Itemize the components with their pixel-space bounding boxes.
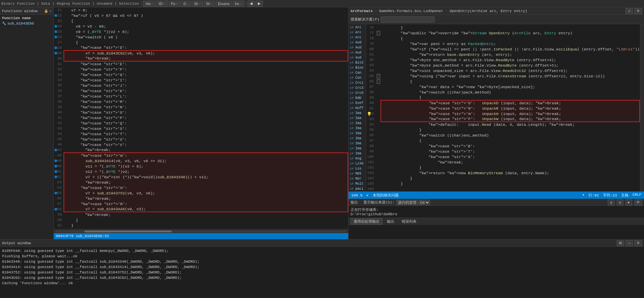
toolbar-btn-arrow-right[interactable]: ▶ xyxy=(255,1,263,7)
right-file-item[interactable]: c# Con xyxy=(349,75,366,80)
right-file-item[interactable]: c# Mult xyxy=(349,181,366,186)
right-file-item[interactable]: c# Exef xyxy=(349,101,366,106)
toolbar-btn-fs[interactable]: Fs··· xyxy=(169,1,180,7)
right-file-item[interactable]: c# Aud xyxy=(349,50,366,55)
toolbar-btn-he[interactable]: He··· xyxy=(143,1,156,7)
output-close-btn[interactable]: ✕ xyxy=(634,240,642,246)
code-line-row: 54 "kw">case "str">'H': xyxy=(54,185,348,190)
output-toolbar-btn1[interactable]: ≡ xyxy=(608,199,614,206)
right-expand-cell[interactable]: − xyxy=(376,73,381,79)
code-content: "kw">break; xyxy=(64,196,348,201)
right-expand-cell xyxy=(376,36,381,41)
code-content: "kw">case "str">'E': xyxy=(64,61,348,67)
status-dropdown[interactable]: ▾ xyxy=(582,193,585,198)
right-expand-cell[interactable]: − xyxy=(376,79,381,84)
status-address: 00043F78 sub_81043E06:52 xyxy=(56,234,109,238)
search-input[interactable] xyxy=(381,16,435,23)
right-expand-cell xyxy=(376,170,381,176)
toolbar-btn-enums[interactable]: Enums xyxy=(216,1,232,7)
output-float-btn[interactable]: ⧉ xyxy=(617,240,624,246)
right-file-item[interactable]: c# MD5 xyxy=(349,171,366,176)
right-file-item[interactable]: c# Crc6 xyxy=(349,90,366,96)
line-number: 47 xyxy=(54,147,64,153)
right-file-item[interactable]: c# Mer xyxy=(349,176,366,181)
close-icon[interactable]: ✕ xyxy=(49,9,51,13)
right-file-item[interactable]: c# Ima xyxy=(349,136,366,141)
toolbar-btn-st2[interactable]: St··· xyxy=(204,1,215,7)
right-file-item[interactable]: c# Ima xyxy=(349,146,366,151)
right-file-item[interactable]: c# Aud xyxy=(349,45,366,50)
right-line-number: 97 xyxy=(366,138,376,143)
right-file-item[interactable]: c# Crc1 xyxy=(349,80,366,85)
code-line-row: 40 "kw">case "str">'O': xyxy=(54,110,348,115)
right-file-item[interactable]: c# Crc3 xyxy=(349,85,366,90)
right-file-item[interactable]: c# Arc xyxy=(349,35,366,40)
function-name: sub_81043E06 xyxy=(7,22,34,26)
right-output-tab-2[interactable]: 错误列表 xyxy=(399,218,419,225)
right-expand-cell xyxy=(376,63,381,68)
status-icon: ✔ xyxy=(366,193,369,197)
right-file-item[interactable]: c# Ima xyxy=(349,151,366,156)
right-file-item[interactable]: c# BitS xyxy=(349,60,366,65)
right-file-item[interactable]: c# Aud xyxy=(349,40,366,45)
right-file-item[interactable]: c# Aud xyxy=(349,55,366,60)
line-info: 行:92 xyxy=(589,193,599,198)
code-area[interactable]: 21 v7 = 0;22 "kw">if ( v5 > 67 && v5 <= … xyxy=(54,7,348,229)
horizontal-scrollbar[interactable] xyxy=(54,229,348,233)
code-line-row: 47 "kw">break; xyxy=(54,147,348,153)
right-output-tab-0[interactable]: 通用后处理输出 xyxy=(351,218,383,225)
right-expand-cell[interactable]: − xyxy=(376,30,381,36)
right-code-row: 91 "kw">case "str">'R': UnpackR (input, … xyxy=(366,106,640,111)
lock-icon[interactable]: 🔒 xyxy=(44,9,48,13)
right-file-item[interactable]: c# Ima xyxy=(349,111,366,116)
right-file-item[interactable]: c# Lss xyxy=(349,166,366,171)
right-file-item[interactable]: c# Huff xyxy=(349,106,366,111)
toolbar-btn-st1[interactable]: St··· xyxy=(192,1,203,7)
right-expand-btn[interactable]: ⤢ xyxy=(626,8,633,14)
right-file-item[interactable]: c# Ima xyxy=(349,116,366,121)
right-file-item[interactable]: c# Ima xyxy=(349,126,366,131)
right-file-item[interactable]: c# Emb xyxy=(349,96,366,101)
output-toolbar-btn2[interactable]: ≡ xyxy=(617,199,623,206)
right-file-item[interactable]: c# Ima xyxy=(349,141,366,146)
right-file-item[interactable]: c# Arc xyxy=(349,30,366,35)
line-number: 53 xyxy=(54,180,64,185)
code-line-row: 58 v7 = sub_81043AA6(v9, v3); xyxy=(54,207,348,212)
right-code-content: "kw">uint unpacked_size = arc.File.View.… xyxy=(381,68,640,73)
right-file-item[interactable]: c# Ima xyxy=(349,121,366,126)
code-line-row: 38 "kw">case "str">'M': xyxy=(54,99,348,104)
output-toolbar-btn3[interactable]: ▸ xyxy=(626,199,632,206)
right-code-row: 76 } xyxy=(366,25,640,30)
right-expand-cell xyxy=(376,89,381,95)
scrollbar-thumb[interactable] xyxy=(84,230,172,232)
code-content: "kw">case "str">'P': xyxy=(64,115,348,120)
right-file-item[interactable]: c# Ima xyxy=(349,131,366,136)
toolbar-btn-0[interactable]: 0··· xyxy=(181,1,191,7)
right-line-number: 103 xyxy=(366,170,376,176)
toolbar-btn-im[interactable]: Im··· xyxy=(233,1,244,7)
right-close-btn[interactable]: ✕ xyxy=(634,8,642,14)
zoom-level: 108 % xyxy=(351,193,362,197)
output-toolbar-btn4[interactable]: ⟳ xyxy=(634,199,642,206)
code-line-row: 22 "kw">if ( v5 > 67 && v5 <= 87 ) xyxy=(54,13,348,18)
right-output-tab-1[interactable]: 输出 xyxy=(384,218,397,225)
right-vscroll[interactable] xyxy=(640,24,644,191)
line-number: 26 xyxy=(54,34,64,40)
right-file-item[interactable]: c# Can xyxy=(349,70,366,75)
toolbar-btn-arrow-left[interactable]: ◀ xyxy=(247,1,255,7)
output-line: 8105F640: using guessed type int __fastc… xyxy=(2,248,642,254)
right-code-view[interactable]: 76 }77− "kw">public "kw">override "kw">S… xyxy=(366,24,640,191)
code-line-row: 35 "kw">case "str">'J': xyxy=(54,83,348,88)
scrollbar-track[interactable] xyxy=(55,230,347,232)
right-file-item[interactable]: c# Arc xyxy=(349,25,366,30)
right-code-row: 104 } xyxy=(366,176,640,181)
code-content: "kw">case "str">'U': xyxy=(64,137,348,142)
right-file-item[interactable]: c# Lz4S xyxy=(349,161,366,166)
output-min-btn[interactable]: ─ xyxy=(626,240,633,246)
right-file-item[interactable]: c# Kog xyxy=(349,156,366,161)
output-source-select[interactable]: 源代码管理 - Git xyxy=(396,200,430,205)
right-file-item[interactable]: c# paci xyxy=(349,186,366,191)
function-item[interactable]: 🔧 sub_81043E06 xyxy=(0,21,53,26)
right-file-item[interactable]: c# Blov xyxy=(349,65,366,70)
toolbar-btn-id[interactable]: ID··· xyxy=(157,1,168,7)
